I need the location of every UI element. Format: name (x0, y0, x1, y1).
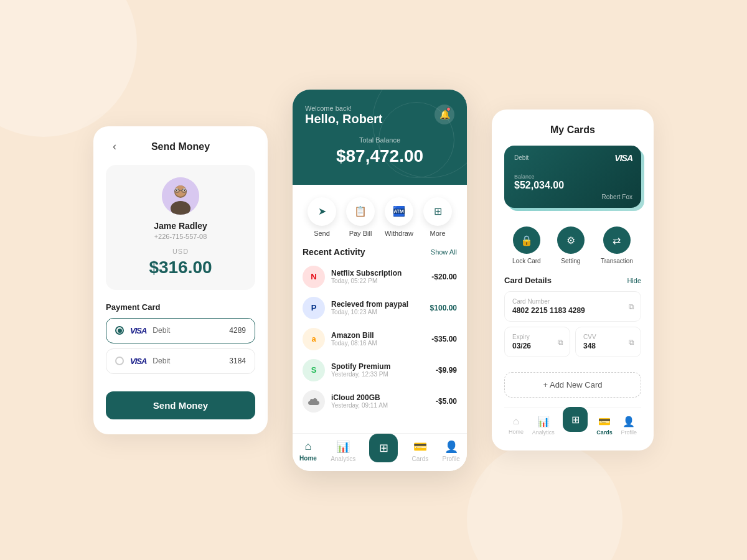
card-type-1: Debit (153, 326, 170, 335)
send-action[interactable]: ➤ Send (308, 197, 336, 237)
card-number-value: 4802 2215 1183 4289 (512, 306, 633, 315)
send-money-button[interactable]: Send Money (106, 391, 255, 419)
back-button[interactable]: ‹ (106, 138, 123, 156)
cards-analytics-label: Analytics (532, 429, 555, 436)
setting-action[interactable]: ⚙ Setting (557, 226, 585, 264)
netflix-amount: -$20.00 (431, 273, 457, 281)
paybill-action[interactable]: 📋 Pay Bill (346, 197, 375, 237)
notification-dot (446, 107, 451, 111)
cvv-field: CVV 348 ⧉ (575, 327, 641, 357)
copy-cvv-icon[interactable]: ⧉ (629, 338, 634, 347)
primary-balance-label: Balance (514, 174, 631, 180)
withdraw-action[interactable]: 🏧 Withdraw (385, 197, 413, 237)
card-option-2[interactable]: VISA Debit 3184 (106, 348, 255, 374)
card-option-1[interactable]: VISA Debit 4289 (106, 318, 255, 343)
cards-nav-center-button[interactable]: ⊞ (563, 407, 588, 432)
avatar (162, 177, 199, 215)
lock-card-action[interactable]: 🔒 Lock Card (512, 226, 541, 264)
netflix-date: Today, 05:22 PM (331, 278, 425, 284)
transaction-action[interactable]: ⇄ Transaction (601, 226, 633, 264)
add-card-button[interactable]: + Add New Card (504, 372, 641, 398)
icloud-info: iCloud 200GB Yesterday, 09:11 AM (331, 393, 430, 409)
spotify-info: Spotify Premium Yesterday, 12:33 PM (331, 362, 430, 378)
primary-balance: $52,034.00 (514, 180, 631, 191)
bell-button[interactable]: 🔔 (435, 105, 454, 124)
balance-section: Total Balance $87,472.00 (305, 136, 454, 166)
card-details-title: Card Details (504, 276, 552, 285)
cards-icon: 💳 (413, 440, 427, 454)
hide-button[interactable]: Hide (627, 277, 641, 284)
send-icon: ➤ (308, 197, 336, 226)
icloud-amount: -$5.00 (436, 397, 457, 406)
expiry-value: 03/26 (512, 342, 562, 350)
more-label: More (430, 230, 445, 237)
cards-profile-icon: 👤 (622, 416, 635, 427)
main-bottom-nav: ⌂ Home 📊 Analytics ⊞ 💳 Cards 👤 Profile (293, 433, 467, 471)
activity-paypal: P Recieved from paypal Today, 10:23 AM $… (303, 297, 457, 319)
svg-point-9 (184, 189, 185, 190)
paybill-label: Pay Bill (349, 230, 372, 237)
profile-phone: +226-715-557-08 (118, 233, 243, 240)
nav-home[interactable]: ⌂ Home (299, 440, 317, 462)
expiry-field: Expiry 03/26 ⧉ (504, 327, 570, 357)
expiry-cvv-row: Expiry 03/26 ⧉ CVV 348 ⧉ (504, 327, 641, 362)
amount-display: $316.00 (118, 258, 243, 278)
copy-card-number-icon[interactable]: ⧉ (629, 302, 634, 311)
amazon-info: Amazon Bill Today, 08:16 AM (331, 331, 425, 347)
quick-actions: 🔒 Lock Card ⚙ Setting ⇄ Transaction (504, 226, 641, 264)
nav-center-button[interactable]: ⊞ (369, 434, 398, 462)
copy-expiry-icon[interactable]: ⧉ (558, 338, 563, 347)
cards-cards-icon: 💳 (598, 416, 611, 427)
transaction-icon: ⇄ (603, 226, 631, 254)
send-money-screen: ‹ Send Money Jame Radley +226-7 (93, 126, 268, 434)
card-number-label: Card Number (512, 298, 633, 305)
spotify-date: Yesterday, 12:33 PM (331, 371, 430, 378)
profile-name: Jame Radley (118, 221, 243, 231)
cards-nav-cards[interactable]: 💳 Cards (596, 416, 613, 436)
withdraw-label: Withdraw (385, 230, 413, 237)
cards-nav-analytics[interactable]: 📊 Analytics (532, 416, 555, 436)
radio-unselected (115, 357, 124, 365)
visa-logo-2: VISA (130, 357, 146, 366)
action-buttons: ➤ Send 📋 Pay Bill 🏧 Withdraw ⊞ More (293, 185, 467, 247)
primary-card[interactable]: Debit VISA Balance $52,034.00 Robert Fox (504, 146, 641, 208)
activity-netflix: N Netflix Subscription Today, 05:22 PM -… (303, 266, 457, 288)
cards-nav-profile[interactable]: 👤 Profile (621, 416, 637, 436)
send-money-title: Send Money (151, 141, 210, 152)
more-action[interactable]: ⊞ More (423, 197, 452, 237)
more-icon: ⊞ (423, 197, 452, 226)
card-details-section: Card Details Hide Card Number 4802 2215 … (504, 276, 641, 362)
my-cards-screen: My Cards Debit Balance $35,438.00 Debit … (492, 110, 654, 450)
balance-label: Total Balance (305, 136, 454, 144)
amazon-date: Today, 08:16 AM (331, 340, 425, 347)
main-app-screen: Welcome back! Hello, Robert 🔔 Total Bala… (293, 90, 467, 471)
nav-analytics[interactable]: 📊 Analytics (331, 440, 355, 462)
cards-home-icon: ⌂ (513, 416, 519, 427)
paypal-info: Recieved from paypal Today, 10:23 AM (331, 300, 424, 315)
withdraw-icon: 🏧 (385, 197, 413, 226)
amazon-icon: a (303, 328, 325, 350)
welcome-text: Welcome back! (305, 105, 382, 112)
nav-profile[interactable]: 👤 Profile (442, 440, 459, 462)
lock-label: Lock Card (512, 258, 541, 264)
radio-selected (115, 326, 124, 335)
cards-nav-home[interactable]: ⌂ Home (509, 416, 524, 436)
card-num-1: 4289 (229, 326, 246, 335)
netflix-name: Netflix Subscription (331, 269, 425, 278)
card-holder: Robert Fox (602, 194, 632, 200)
paypal-date: Today, 10:23 AM (331, 309, 424, 315)
profile-icon: 👤 (444, 440, 458, 454)
paypal-name: Recieved from paypal (331, 300, 424, 309)
nav-cards[interactable]: 💳 Cards (412, 440, 429, 462)
expiry-label: Expiry (512, 334, 562, 340)
spotify-icon: S (303, 359, 325, 381)
cards-profile-label: Profile (621, 429, 637, 436)
cards-bottom-nav: ⌂ Home 📊 Analytics ⊞ 💳 Cards 👤 Profile (504, 408, 641, 436)
card-type-2: Debit (153, 357, 170, 365)
paypal-amount: $100.00 (430, 304, 457, 312)
spotify-amount: -$9.99 (436, 366, 457, 375)
show-all-link[interactable]: Show All (431, 248, 457, 256)
balance-amount: $87,472.00 (305, 146, 454, 166)
netflix-icon: N (303, 266, 325, 288)
recent-header: Recent Activity Show All (303, 247, 457, 257)
